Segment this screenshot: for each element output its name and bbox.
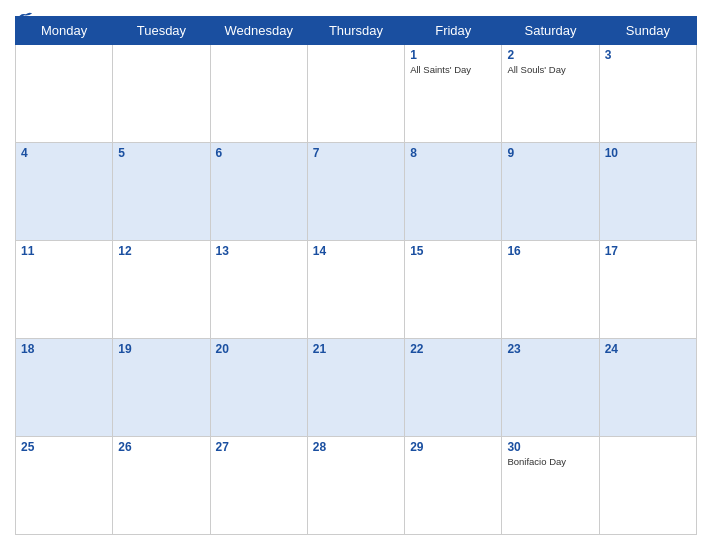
- day-number: 7: [313, 146, 399, 160]
- day-number: 24: [605, 342, 691, 356]
- day-number: 1: [410, 48, 496, 62]
- day-number: 26: [118, 440, 204, 454]
- calendar-cell: 25: [16, 437, 113, 535]
- logo-blue-text: [15, 10, 35, 24]
- day-number: 14: [313, 244, 399, 258]
- day-number: 9: [507, 146, 593, 160]
- calendar-cell: 1All Saints' Day: [405, 45, 502, 143]
- calendar-cell: 26: [113, 437, 210, 535]
- logo-bird-icon: [15, 10, 33, 24]
- calendar-cell: 16: [502, 241, 599, 339]
- holiday-name: Bonifacio Day: [507, 456, 593, 467]
- calendar-cell: 15: [405, 241, 502, 339]
- day-number: 12: [118, 244, 204, 258]
- calendar-cell: 7: [307, 143, 404, 241]
- day-number: 4: [21, 146, 107, 160]
- calendar-cell: 22: [405, 339, 502, 437]
- day-number: 28: [313, 440, 399, 454]
- calendar-cell: 18: [16, 339, 113, 437]
- day-number: 3: [605, 48, 691, 62]
- calendar-cell: 4: [16, 143, 113, 241]
- calendar-cell: [307, 45, 404, 143]
- day-number: 8: [410, 146, 496, 160]
- calendar-cell: 3: [599, 45, 696, 143]
- calendar-cell: 21: [307, 339, 404, 437]
- calendar-cell: 9: [502, 143, 599, 241]
- day-number: 18: [21, 342, 107, 356]
- calendar-cell: 10: [599, 143, 696, 241]
- day-number: 11: [21, 244, 107, 258]
- calendar-cell: 14: [307, 241, 404, 339]
- calendar-week-1: 1All Saints' Day2All Souls' Day3: [16, 45, 697, 143]
- day-number: 29: [410, 440, 496, 454]
- day-number: 17: [605, 244, 691, 258]
- weekday-header-friday: Friday: [405, 17, 502, 45]
- calendar-cell: [599, 437, 696, 535]
- calendar-week-5: 252627282930Bonifacio Day: [16, 437, 697, 535]
- day-number: 16: [507, 244, 593, 258]
- calendar-table: MondayTuesdayWednesdayThursdayFridaySatu…: [15, 16, 697, 535]
- day-number: 2: [507, 48, 593, 62]
- weekday-header-row: MondayTuesdayWednesdayThursdayFridaySatu…: [16, 17, 697, 45]
- calendar-cell: 2All Souls' Day: [502, 45, 599, 143]
- calendar-cell: 13: [210, 241, 307, 339]
- day-number: 13: [216, 244, 302, 258]
- day-number: 25: [21, 440, 107, 454]
- day-number: 23: [507, 342, 593, 356]
- holiday-name: All Saints' Day: [410, 64, 496, 75]
- calendar-week-2: 45678910: [16, 143, 697, 241]
- day-number: 15: [410, 244, 496, 258]
- calendar-cell: 23: [502, 339, 599, 437]
- calendar-wrapper: MondayTuesdayWednesdayThursdayFridaySatu…: [0, 0, 712, 550]
- day-number: 20: [216, 342, 302, 356]
- weekday-header-sunday: Sunday: [599, 17, 696, 45]
- calendar-cell: 28: [307, 437, 404, 535]
- calendar-cell: 24: [599, 339, 696, 437]
- day-number: 5: [118, 146, 204, 160]
- calendar-week-3: 11121314151617: [16, 241, 697, 339]
- weekday-header-thursday: Thursday: [307, 17, 404, 45]
- weekday-header-tuesday: Tuesday: [113, 17, 210, 45]
- calendar-cell: 17: [599, 241, 696, 339]
- day-number: 6: [216, 146, 302, 160]
- weekday-header-wednesday: Wednesday: [210, 17, 307, 45]
- calendar-cell: 6: [210, 143, 307, 241]
- day-number: 21: [313, 342, 399, 356]
- day-number: 10: [605, 146, 691, 160]
- calendar-cell: 20: [210, 339, 307, 437]
- day-number: 30: [507, 440, 593, 454]
- logo: [15, 10, 35, 24]
- calendar-cell: 11: [16, 241, 113, 339]
- weekday-header-saturday: Saturday: [502, 17, 599, 45]
- calendar-cell: 8: [405, 143, 502, 241]
- calendar-cell: 30Bonifacio Day: [502, 437, 599, 535]
- calendar-cell: 27: [210, 437, 307, 535]
- calendar-cell: 12: [113, 241, 210, 339]
- calendar-cell: [113, 45, 210, 143]
- calendar-cell: 5: [113, 143, 210, 241]
- calendar-week-4: 18192021222324: [16, 339, 697, 437]
- day-number: 19: [118, 342, 204, 356]
- calendar-cell: [16, 45, 113, 143]
- day-number: 22: [410, 342, 496, 356]
- holiday-name: All Souls' Day: [507, 64, 593, 75]
- calendar-cell: [210, 45, 307, 143]
- calendar-cell: 19: [113, 339, 210, 437]
- calendar-cell: 29: [405, 437, 502, 535]
- day-number: 27: [216, 440, 302, 454]
